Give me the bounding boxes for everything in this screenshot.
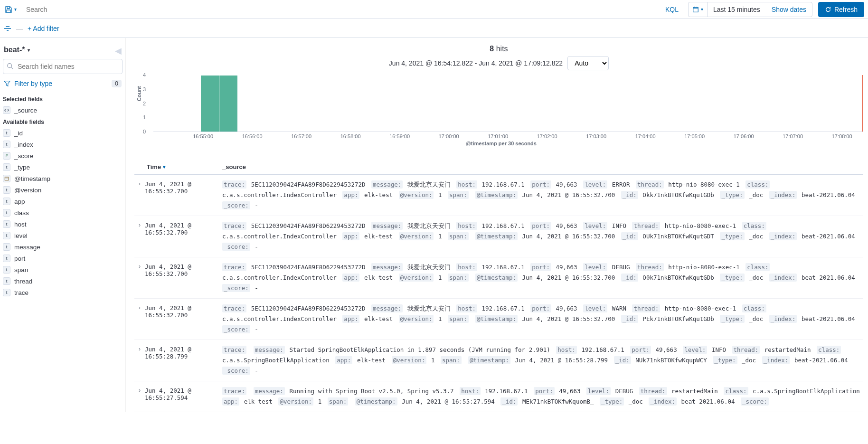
source-cell: trace: 5EC1120390424FAA89F8D6229453272D … (222, 179, 863, 211)
dash-icon: — (16, 25, 23, 32)
expand-row-icon[interactable]: › (134, 262, 145, 270)
field-key: port: (530, 263, 551, 271)
column-header-time[interactable]: Time ▾ (134, 163, 222, 170)
field-key: trace: (222, 387, 246, 395)
field-item-message[interactable]: tmessage (3, 241, 123, 253)
field-item-score[interactable]: #_score (3, 150, 123, 161)
field-value: 我爱北京天安门 (403, 264, 456, 271)
refresh-label: Refresh (834, 6, 858, 13)
show-dates-link[interactable]: Show dates (766, 6, 812, 13)
y-tick: 3 (143, 86, 146, 92)
field-value: Running with Spring Boot v2.5.0, Spring … (285, 387, 460, 395)
histogram-chart[interactable]: Count 01234 16:55:0016:56:0016:57:0016:5… (139, 75, 863, 156)
kql-toggle[interactable]: KQL (658, 6, 686, 13)
field-item-type[interactable]: t_type (3, 161, 123, 173)
document-row: ›Jun 4, 2021 @ 16:55:28.799trace: messag… (134, 340, 863, 381)
field-value: elk-test (352, 357, 391, 364)
add-filter-button[interactable]: + Add filter (28, 25, 59, 32)
date-picker[interactable]: ▾ Last 15 minutes Show dates (688, 2, 812, 17)
source-cell: trace: 5EC1120390424FAA89F8D6229453272D … (222, 303, 863, 335)
field-key: port: (530, 222, 551, 230)
x-tick: 17:04:00 (635, 133, 656, 139)
field-key: _index: (769, 274, 797, 282)
field-value (469, 315, 476, 322)
index-pattern-selector[interactable]: beat-* ▾ (3, 43, 30, 59)
field-name-label: trace (14, 289, 28, 296)
field-key: _id: (614, 356, 631, 364)
collapse-sidebar-icon[interactable]: ◀ (115, 46, 123, 56)
field-search-input[interactable] (3, 59, 123, 74)
y-tick: 4 (143, 72, 146, 78)
calendar-icon: ▾ (689, 2, 708, 17)
field-key: host: (460, 387, 481, 395)
field-value: O0k71nkBTOKfwKqutGDb (638, 274, 720, 281)
field-value (246, 387, 254, 395)
field-key: trace: (222, 346, 246, 354)
field-item-app[interactable]: tapp (3, 196, 123, 207)
field-name-label: app (14, 198, 25, 205)
field-type-icon: t (3, 277, 10, 285)
x-tick: 16:57:00 (291, 133, 311, 139)
field-type-icon: t (3, 141, 10, 148)
filter-icon[interactable] (4, 25, 11, 32)
field-value: 192.168.67.1 (477, 222, 530, 229)
expand-row-icon[interactable]: › (134, 345, 145, 352)
field-key: host: (456, 304, 477, 312)
field-item-thread[interactable]: tthread (3, 275, 123, 287)
filter-by-type-label: Filter by type (14, 80, 52, 87)
field-item-port[interactable]: tport (3, 253, 123, 264)
expand-row-icon[interactable]: › (134, 386, 145, 394)
histogram-bar[interactable] (219, 76, 237, 132)
field-value: - (250, 367, 261, 374)
x-tick: 17:06:00 (734, 133, 754, 139)
field-key: app: (342, 191, 359, 199)
field-item-span[interactable]: tspan (3, 264, 123, 275)
field-value (246, 346, 254, 353)
field-key: app: (222, 397, 239, 406)
index-pattern-name: beat-* (4, 46, 25, 54)
field-item-index[interactable]: t_index (3, 139, 123, 150)
x-tick: 17:05:00 (684, 133, 705, 139)
field-key: trace: (222, 222, 246, 230)
field-item-trace[interactable]: ttrace (3, 287, 123, 298)
field-item-id[interactable]: t_id (3, 127, 123, 139)
refresh-button[interactable]: Refresh (818, 2, 864, 17)
document-row: ›Jun 4, 2021 @ 16:55:32.700trace: 5EC112… (134, 257, 863, 299)
search-input[interactable] (21, 6, 658, 13)
interval-select[interactable]: Auto (567, 56, 609, 70)
field-key: message: (254, 346, 285, 354)
field-value: http-nio-8080-exec-1 (660, 305, 742, 312)
field-key: message: (371, 304, 403, 312)
field-key: app: (342, 232, 359, 240)
expand-row-icon[interactable]: › (134, 179, 145, 187)
field-item-level[interactable]: tlevel (3, 230, 123, 241)
field-key: thread: (639, 387, 667, 395)
field-value: 5EC1120390424FAA89F8D6229453272D (246, 222, 371, 229)
column-header-source[interactable]: _source (222, 163, 246, 170)
field-key: port: (534, 387, 555, 395)
field-name-label: _index (14, 141, 33, 148)
field-item-source[interactable]: _source (3, 104, 123, 116)
save-query-button[interactable]: ▾ (0, 0, 21, 19)
x-tick: 17:02:00 (537, 133, 557, 139)
field-item-class[interactable]: tclass (3, 207, 123, 218)
expand-row-icon[interactable]: › (134, 303, 145, 311)
field-type-icon (3, 175, 10, 182)
expand-row-icon[interactable]: › (134, 221, 145, 228)
field-value: - (250, 243, 261, 250)
filter-by-type[interactable]: Filter by type 0 (3, 78, 123, 89)
field-value: elk-test (359, 233, 398, 240)
field-key: class: (745, 180, 770, 189)
table-header: Time ▾ _source (134, 160, 863, 175)
field-value: 49,663 (555, 387, 586, 395)
x-tick: 17:08:00 (832, 133, 852, 139)
histogram-bar[interactable] (201, 76, 219, 132)
time-cell: Jun 4, 2021 @ 16:55:27.594 (145, 386, 222, 401)
field-value: NUk71nkBTOKfwKqupWCY (631, 357, 713, 364)
field-item-timestamp[interactable]: @timestamp (3, 173, 123, 184)
field-item-version[interactable]: t@version (3, 184, 123, 196)
field-key: span: (448, 274, 469, 282)
field-item-host[interactable]: thost (3, 218, 123, 230)
field-value: _doc (745, 315, 769, 322)
field-value: 49,663 (651, 346, 683, 353)
